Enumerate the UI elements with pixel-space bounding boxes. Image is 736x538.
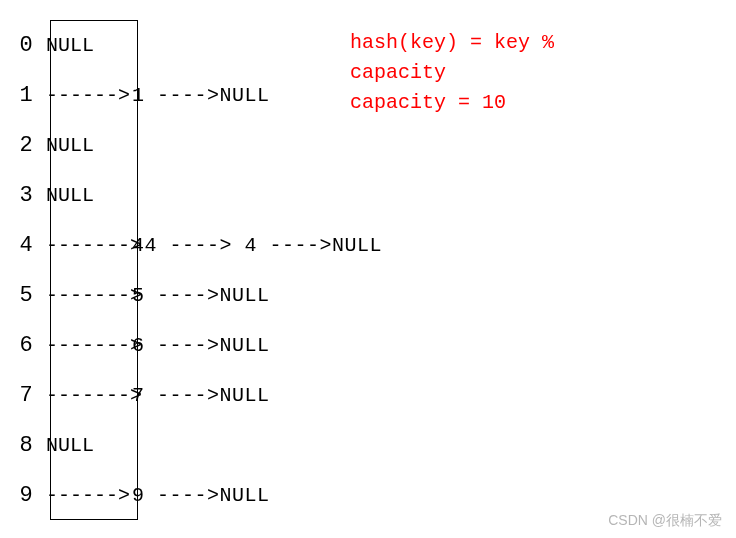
chain-list: 44 ----> 4 ---->NULL <box>128 234 382 257</box>
bucket-index: 3 <box>12 183 40 208</box>
bucket-index: 8 <box>12 433 40 458</box>
chain-list: 5 ---->NULL <box>128 284 270 307</box>
bucket-index: 0 <box>12 33 40 58</box>
watermark-text: CSDN @很楠不爱 <box>608 512 722 530</box>
bucket-array-border <box>50 20 138 520</box>
bucket-index: 4 <box>12 233 40 258</box>
bucket-index: 9 <box>12 483 40 508</box>
formula-line: capacity <box>350 58 554 88</box>
formula-line: hash(key) = key % <box>350 28 554 58</box>
hash-formula-text: hash(key) = key % capacity capacity = 10 <box>350 28 554 118</box>
formula-line: capacity = 10 <box>350 88 554 118</box>
chain-list: 6 ---->NULL <box>128 334 270 357</box>
chain-list: 7 ---->NULL <box>128 384 270 407</box>
bucket-index: 2 <box>12 133 40 158</box>
bucket-index: 7 <box>12 383 40 408</box>
bucket-index: 1 <box>12 83 40 108</box>
chain-list: 9 ---->NULL <box>128 484 270 507</box>
chain-list: 1 ---->NULL <box>128 84 270 107</box>
hash-table-diagram: 0 NULL 1 ------> 1 ---->NULL 2 NULL 3 NU… <box>12 20 382 520</box>
bucket-index: 6 <box>12 333 40 358</box>
bucket-index: 5 <box>12 283 40 308</box>
